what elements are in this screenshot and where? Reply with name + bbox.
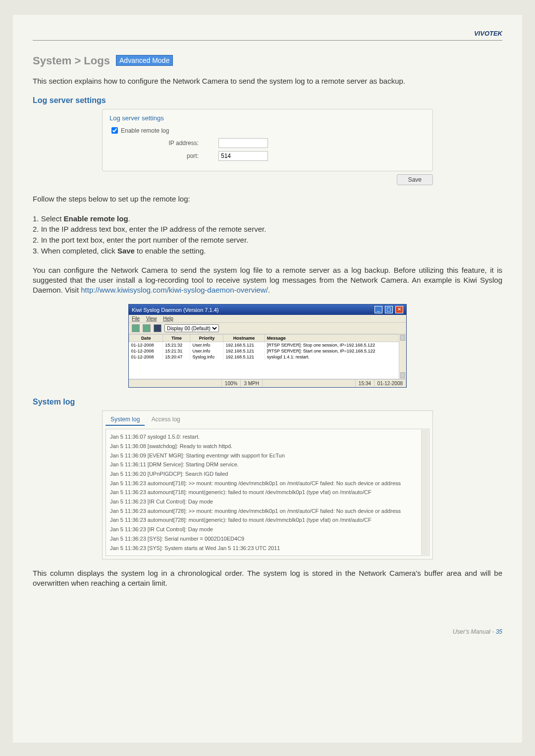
menu-help[interactable]: Help bbox=[163, 316, 173, 321]
log-server-panel: Log server settings Enable remote log IP… bbox=[102, 109, 433, 171]
kiwi-toolbar: Display 00 (Default) bbox=[129, 322, 406, 334]
cell-priority: Syslog.Info bbox=[190, 354, 223, 360]
cell-message: [RTSP SERVER]: Start one session, IP=192… bbox=[265, 348, 406, 354]
toolbar-icon-2[interactable] bbox=[143, 324, 151, 332]
cell-priority: User.Info bbox=[190, 348, 223, 354]
system-log-heading: System log bbox=[33, 398, 502, 406]
col-hostname: Hostname bbox=[223, 335, 265, 342]
log-line: Jan 5 11:36:23 [IR Cut Control]: Day mod… bbox=[110, 497, 425, 506]
log-line: Jan 5 11:36:23 [SYS]: Serial number = 00… bbox=[110, 534, 425, 544]
log-line: Jan 5 11:36:23 automount[728]: >> mount:… bbox=[110, 506, 425, 516]
kiwi-header-row: Date Time Priority Hostname Message bbox=[129, 335, 406, 342]
cell-message: [RTSP SERVER]: Stop one session, IP=192.… bbox=[265, 342, 406, 349]
status-percent: 100% bbox=[222, 380, 241, 387]
port-row: port: bbox=[109, 151, 426, 161]
cell-hostname: 192.168.5.121 bbox=[223, 348, 265, 354]
brand-label: VIVOTEK bbox=[33, 30, 502, 37]
step-4a: 3. When completed, click bbox=[33, 247, 117, 255]
intro-text: This section explains how to configure t… bbox=[33, 76, 502, 86]
col-date: Date bbox=[129, 335, 163, 342]
cell-date: 01-12-2008 bbox=[129, 348, 163, 354]
menu-file[interactable]: File bbox=[132, 316, 140, 321]
system-log-panel: System log Access log Jan 5 11:36:07 sys… bbox=[102, 410, 433, 559]
col-time: Time bbox=[163, 335, 190, 342]
step-2: 2. In the IP address text box, enter the… bbox=[33, 224, 502, 235]
step-4: 3. When completed, click Save to enable … bbox=[33, 246, 502, 256]
ip-input[interactable] bbox=[218, 138, 268, 148]
cell-time: 15:20:47 bbox=[163, 354, 190, 360]
enable-remote-checkbox[interactable] bbox=[111, 127, 118, 134]
step-4b: Save bbox=[117, 247, 135, 255]
status-spacer-1 bbox=[129, 380, 222, 387]
display-select[interactable]: Display 00 (Default) bbox=[164, 324, 219, 332]
toolbar-icon-1[interactable] bbox=[132, 324, 140, 332]
port-input[interactable] bbox=[218, 151, 268, 161]
ip-row: IP address: bbox=[109, 138, 426, 148]
log-line: Jan 5 11:36:23 automount[718]: >> mount:… bbox=[110, 479, 425, 488]
toolbar-icon-3[interactable] bbox=[154, 324, 161, 332]
footer-label: User's Manual - bbox=[453, 628, 496, 635]
log-line: Jan 5 11:36:07 syslogd 1.5.0: restart. bbox=[110, 432, 425, 442]
cell-date: 01-12-2008 bbox=[129, 354, 163, 360]
tab-access-log[interactable]: Access log bbox=[147, 414, 185, 425]
log-line: Jan 5 11:36:23 automount[718]: mount(gen… bbox=[110, 488, 425, 497]
status-time: 15:34 bbox=[356, 380, 374, 387]
log-line: Jan 5 11:36:23 [SYS]: System starts at W… bbox=[110, 544, 425, 553]
cell-message: syslogd 1.4.1: restart. bbox=[265, 354, 406, 360]
port-label: port: bbox=[109, 152, 218, 159]
maximize-icon[interactable]: ▢ bbox=[385, 306, 393, 313]
close-icon[interactable]: ✕ bbox=[395, 306, 403, 313]
cell-hostname: 192.168.5.121 bbox=[223, 354, 265, 360]
cell-date: 01-12-2008 bbox=[129, 342, 163, 349]
cell-time: 15:21:32 bbox=[163, 342, 190, 349]
page-title-row: System > Logs Advanced Mode bbox=[33, 54, 502, 67]
page: VIVOTEK System > Logs Advanced Mode This… bbox=[13, 15, 522, 743]
step-1b: Enable remote log bbox=[64, 214, 128, 223]
log-line: Jan 5 11:36:23 automount[728]: mount(gen… bbox=[110, 515, 425, 525]
cell-hostname: 192.168.5.121 bbox=[223, 342, 265, 349]
menu-view[interactable]: View bbox=[146, 316, 157, 321]
follow-intro: Follow the steps below to set up the rem… bbox=[33, 194, 502, 204]
steps-block: 1. Select Enable remote log. 2. In the I… bbox=[33, 213, 502, 256]
log-tabs: System log Access log bbox=[106, 414, 429, 426]
kiwi-window: Kiwi Syslog Daemon (Version 7.1.4) _ ▢ ✕… bbox=[128, 304, 407, 388]
step-1a: 1. Select bbox=[33, 214, 64, 223]
minimize-icon[interactable]: _ bbox=[374, 306, 382, 313]
col-priority: Priority bbox=[190, 335, 223, 342]
log-line: Jan 5 11:36:20 [UPnPIGDCP]: Search IGD f… bbox=[110, 469, 425, 479]
step-1c: . bbox=[128, 214, 130, 223]
top-rule bbox=[33, 40, 502, 41]
cell-priority: User.Info bbox=[190, 342, 223, 349]
kiwi-titlebar: Kiwi Syslog Daemon (Version 7.1.4) _ ▢ ✕ bbox=[129, 304, 406, 315]
status-rate: 3 MPH bbox=[241, 380, 263, 387]
kiwi-body: Date Time Priority Hostname Message 01-1… bbox=[129, 334, 406, 379]
log-server-heading: Log server settings bbox=[33, 96, 502, 105]
kiwi-title-text: Kiwi Syslog Daemon (Version 7.1.4) bbox=[132, 307, 218, 313]
table-row: 01-12-200815:21:31User.Info192.168.5.121… bbox=[129, 348, 406, 354]
footer: User's Manual - 35 bbox=[33, 628, 502, 635]
log-line: Jan 5 11:36:23 [IR Cut Control]: Day mod… bbox=[110, 525, 425, 534]
step-3: 2. In the port text box, enter the port … bbox=[33, 235, 502, 246]
tab-system-log[interactable]: System log bbox=[106, 414, 145, 426]
log-line: Jan 5 11:36:11 [DRM Service]: Starting D… bbox=[110, 460, 425, 469]
system-log-box: Jan 5 11:36:07 syslogd 1.5.0: restart.Ja… bbox=[106, 429, 429, 556]
enable-remote-label: Enable remote log bbox=[121, 127, 169, 134]
log-lines-container: Jan 5 11:36:07 syslogd 1.5.0: restart.Ja… bbox=[110, 432, 425, 553]
kiwi-statusbar: 100% 3 MPH 15:34 01-12-2008 bbox=[129, 379, 406, 387]
log-line: Jan 5 11:36:08 [swatchdog]: Ready to wat… bbox=[110, 442, 425, 451]
enable-remote-row: Enable remote log bbox=[109, 126, 426, 135]
log-line: Jan 5 11:36:09 [EVENT MGR]: Starting eve… bbox=[110, 451, 425, 460]
log-scrollbar[interactable] bbox=[421, 430, 428, 555]
status-date: 01-12-2008 bbox=[374, 380, 406, 387]
kiwi-link[interactable]: http://www.kiwisyslog.com/kiwi-syslog-da… bbox=[81, 286, 268, 294]
status-spacer-2 bbox=[263, 380, 356, 387]
save-button[interactable]: Save bbox=[397, 174, 433, 185]
save-row: Save bbox=[33, 174, 433, 185]
kiwi-table: Date Time Priority Hostname Message 01-1… bbox=[129, 334, 406, 360]
closing-text: This column displays the system log in a… bbox=[33, 568, 502, 589]
kiwi-paragraph: You can configure the Network Camera to … bbox=[33, 265, 502, 296]
kiwi-scrollbar[interactable] bbox=[399, 334, 406, 379]
kiwi-window-controls: _ ▢ ✕ bbox=[374, 306, 403, 313]
table-row: 01-12-200815:20:47Syslog.Info192.168.5.1… bbox=[129, 354, 406, 360]
ip-label: IP address: bbox=[109, 140, 218, 147]
